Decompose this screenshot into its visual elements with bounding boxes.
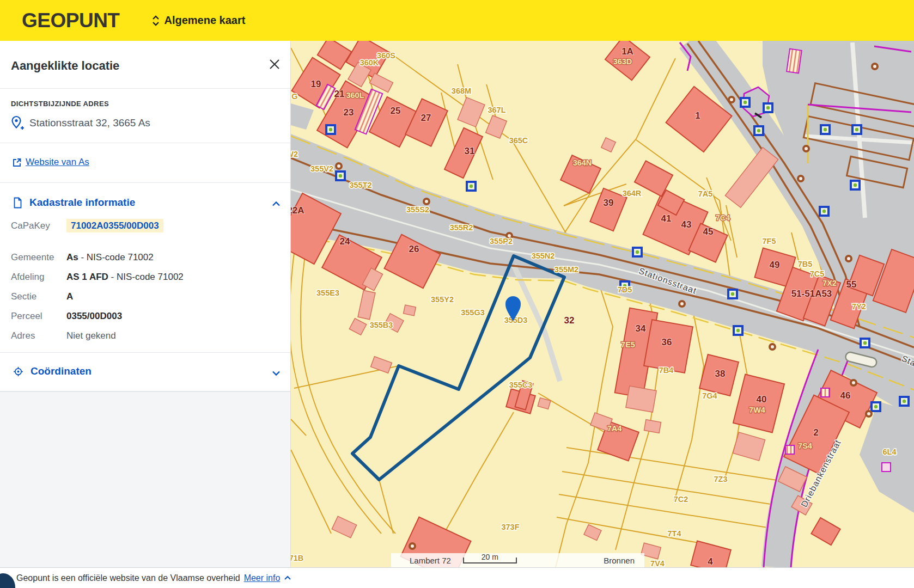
parcel-label: 355T2 (349, 181, 371, 189)
map-canvas[interactable]: G360K360S360L368M367L365C355W2355V2355T2… (291, 41, 914, 567)
parcel-label: 365C (509, 136, 528, 145)
cadastral-section-title: Kadastrale informatie (29, 197, 135, 209)
app-header: GEOPUNT Algemene kaart (0, 0, 914, 41)
house-number: 49 (770, 260, 780, 270)
house-number: 40 (757, 394, 767, 405)
website-link[interactable]: Website van As (26, 157, 89, 168)
parcel-label: 373F (501, 523, 519, 531)
parcel-label: 355W2 (291, 150, 298, 158)
field-value: As - NIS-code 71002 (66, 252, 154, 263)
house-number: 22A (291, 205, 304, 216)
map-selector-dropdown[interactable]: Algemene kaart (152, 14, 245, 27)
parcel-label: 7G4 (702, 391, 717, 400)
coordinates-section-title: Coördinaten (31, 365, 92, 377)
house-number: 39 (604, 198, 614, 208)
projection-label: Lambert 72 (410, 556, 451, 565)
parcel-label: 6L4 (883, 448, 897, 456)
nearest-address-row: Stationsstraat 32, 3665 As (11, 115, 150, 131)
parcel-label: 7Z3 (714, 475, 728, 483)
field-label: Perceel (11, 311, 42, 322)
cadastral-field-row: SectieA (11, 291, 280, 304)
cadastral-field-row: CaPaKey71002A0355/00D003 (11, 220, 280, 234)
cadastral-section-header[interactable]: Kadastrale informatie (13, 197, 135, 209)
chevron-up-icon[interactable] (271, 199, 282, 210)
field-label: Sectie (11, 291, 36, 302)
parcel-label: 364N (573, 158, 592, 167)
close-icon (269, 58, 281, 70)
house-number: 43 (681, 219, 692, 230)
parcel-label: G (291, 92, 297, 101)
parcel-label: 364R (623, 189, 642, 198)
field-value: A (66, 291, 73, 302)
divider (0, 143, 290, 143)
parcel-label: 355B3 (370, 321, 393, 329)
parcel-label: 7B5 (798, 260, 813, 268)
divider (0, 88, 290, 89)
house-number: 36 (662, 337, 672, 347)
parcel-label: 355C3 (509, 381, 533, 389)
cadastral-field-row: Perceel0355/00D003 (11, 311, 280, 324)
footer-more-info-link[interactable]: Meer info (244, 573, 281, 583)
parcel-label: 360K (360, 58, 379, 67)
map-selector-label: Algemene kaart (164, 14, 245, 27)
parcel-label: 360L (346, 91, 364, 100)
parcel-label: 7V4 (650, 559, 665, 567)
field-label: Adres (11, 330, 35, 341)
parcel-label: 7A4 (607, 424, 622, 433)
field-value: Niet gekend (66, 330, 116, 341)
close-panel-button[interactable] (266, 56, 283, 72)
chevron-down-icon[interactable] (271, 367, 282, 378)
parcel-label: 7D5 (618, 285, 632, 294)
parcel-label: 355E3 (316, 289, 339, 297)
cadastral-field-row: GemeenteAs - NIS-code 71002 (11, 252, 280, 265)
field-value: AS 1 AFD - NIS-code 71002 (66, 272, 184, 283)
parcel-label: 355P2 (490, 237, 513, 246)
target-icon (13, 366, 23, 377)
house-number: 41 (661, 213, 672, 224)
footer-text: Geopunt is een officiële website van de … (16, 573, 240, 583)
panel-title: Aangeklikte locatie (11, 59, 119, 73)
parcel-label: 367L (488, 106, 505, 114)
parcel-label: 7F5 (763, 237, 776, 246)
sources-label[interactable]: Bronnen (604, 556, 635, 565)
house-number: 46 (840, 390, 851, 401)
info-panel: Aangeklikte locatie DICHTSTBIJZIJNDE ADR… (0, 41, 291, 567)
parcel-label: 7T4 (668, 529, 681, 538)
parcel-label: 7E5 (621, 340, 635, 349)
house-number: 21 (334, 89, 345, 99)
parcel-label: 360S (377, 51, 395, 60)
house-number: 34 (636, 323, 646, 334)
page-footer: Geopunt is een officiële website van de … (0, 567, 914, 588)
location-pin-plus-icon (11, 115, 24, 131)
house-number: 32 (564, 315, 575, 326)
field-value[interactable]: 71002A0355/00D003 (66, 220, 163, 231)
coordinates-section-header[interactable]: Coördinaten (13, 365, 92, 377)
parcel-label: 7S4 (798, 442, 812, 450)
house-number: 31 (465, 146, 475, 156)
field-label: Gemeente (11, 252, 54, 263)
cadastral-field-row: AfdelingAS 1 AFD - NIS-code 71002 (11, 272, 280, 285)
cadastral-field-row: AdresNiet gekend (11, 330, 280, 344)
swap-vertical-icon (152, 15, 160, 27)
chevron-up-icon[interactable] (283, 574, 292, 583)
nearest-address-label: DICHTSTBIJZIJNDE ADRES (11, 100, 109, 108)
external-link-icon (12, 158, 21, 167)
parcel-label: 363D (613, 57, 632, 66)
panel-empty-area (0, 391, 290, 568)
house-number: 1A (621, 46, 633, 57)
divider (0, 352, 290, 353)
parcel-label: 7C4 (716, 213, 730, 222)
parcel-label: 7X2 (822, 279, 837, 287)
parcel-label: 355V2 (310, 164, 333, 173)
house-number: 25 (391, 106, 401, 116)
map-scalebar: Lambert 72 20 m Bronnen (391, 553, 644, 567)
house-number: 27 (421, 113, 431, 123)
house-number: 2 (813, 427, 818, 438)
house-number: 55 (846, 279, 857, 290)
scalebar-rule: 20 m (463, 558, 517, 564)
parcel-label: 7C2 (674, 495, 688, 504)
house-number: 38 (715, 369, 726, 379)
house-number: 23 (344, 107, 354, 118)
document-icon (13, 197, 22, 209)
house-number: 24 (340, 236, 350, 247)
